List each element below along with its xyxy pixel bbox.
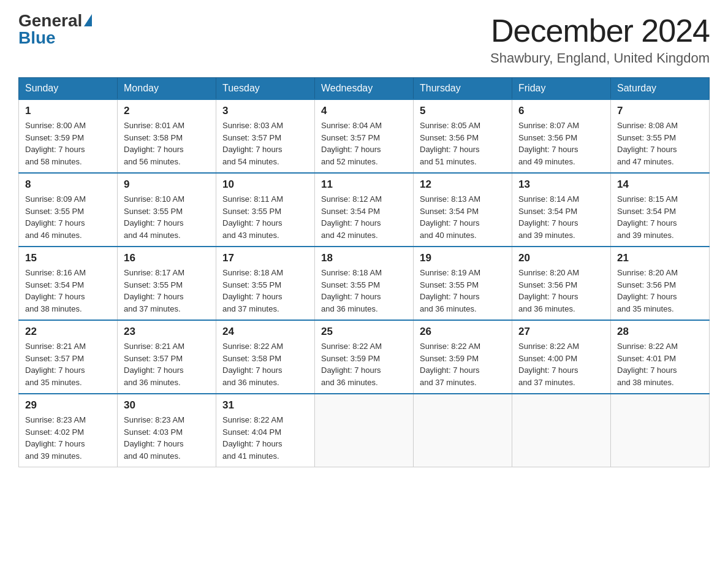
day-info: Sunrise: 8:01 AMSunset: 3:58 PMDaylight:…	[124, 121, 184, 166]
calendar-cell: 4 Sunrise: 8:04 AMSunset: 3:57 PMDayligh…	[315, 99, 414, 173]
calendar-cell: 20 Sunrise: 8:20 AMSunset: 3:56 PMDaylig…	[512, 247, 611, 320]
calendar-cell: 31 Sunrise: 8:22 AMSunset: 4:04 PMDaylig…	[216, 394, 315, 467]
title-area: December 2024 Shawbury, England, United …	[490, 12, 710, 66]
day-number: 1	[25, 105, 111, 117]
day-number: 10	[222, 178, 308, 191]
calendar-cell: 29 Sunrise: 8:23 AMSunset: 4:02 PMDaylig…	[19, 394, 118, 467]
month-title: December 2024	[490, 12, 710, 49]
calendar-cell	[512, 394, 611, 467]
day-number: 11	[321, 178, 407, 191]
calendar-week-row: 8 Sunrise: 8:09 AMSunset: 3:55 PMDayligh…	[19, 173, 710, 247]
calendar-cell: 23 Sunrise: 8:21 AMSunset: 3:57 PMDaylig…	[118, 320, 216, 394]
day-info: Sunrise: 8:15 AMSunset: 3:54 PMDaylight:…	[617, 194, 678, 240]
day-number: 30	[124, 399, 210, 412]
day-info: Sunrise: 8:23 AMSunset: 4:02 PMDaylight:…	[25, 415, 86, 461]
location-title: Shawbury, England, United Kingdom	[490, 50, 710, 66]
logo-general: General	[18, 12, 82, 29]
day-number: 14	[617, 178, 703, 191]
page-header: General Blue December 2024 Shawbury, Eng…	[18, 12, 710, 66]
day-number: 25	[321, 326, 407, 338]
day-number: 12	[420, 178, 506, 191]
day-number: 31	[222, 399, 308, 412]
day-info: Sunrise: 8:16 AMSunset: 3:54 PMDaylight:…	[25, 268, 86, 313]
day-number: 27	[518, 326, 604, 338]
calendar-cell: 30 Sunrise: 8:23 AMSunset: 4:03 PMDaylig…	[118, 394, 216, 467]
calendar-week-row: 15 Sunrise: 8:16 AMSunset: 3:54 PMDaylig…	[19, 247, 710, 320]
calendar-week-row: 29 Sunrise: 8:23 AMSunset: 4:02 PMDaylig…	[19, 394, 710, 467]
calendar-cell: 6 Sunrise: 8:07 AMSunset: 3:56 PMDayligh…	[512, 99, 611, 173]
day-number: 21	[617, 252, 703, 264]
day-number: 18	[321, 252, 407, 264]
day-info: Sunrise: 8:12 AMSunset: 3:54 PMDaylight:…	[321, 194, 382, 240]
day-info: Sunrise: 8:22 AMSunset: 4:04 PMDaylight:…	[222, 415, 283, 461]
day-info: Sunrise: 8:23 AMSunset: 4:03 PMDaylight:…	[124, 415, 184, 461]
calendar-cell: 27 Sunrise: 8:22 AMSunset: 4:00 PMDaylig…	[512, 320, 611, 394]
day-number: 7	[617, 105, 703, 117]
calendar-cell: 8 Sunrise: 8:09 AMSunset: 3:55 PMDayligh…	[19, 173, 118, 247]
day-info: Sunrise: 8:19 AMSunset: 3:55 PMDaylight:…	[420, 268, 480, 313]
calendar-cell: 5 Sunrise: 8:05 AMSunset: 3:56 PMDayligh…	[414, 99, 512, 173]
calendar-cell	[611, 394, 710, 467]
day-header-tuesday: Tuesday	[216, 78, 315, 100]
calendar-table: SundayMondayTuesdayWednesdayThursdayFrid…	[18, 77, 710, 467]
calendar-week-row: 22 Sunrise: 8:21 AMSunset: 3:57 PMDaylig…	[19, 320, 710, 394]
day-info: Sunrise: 8:20 AMSunset: 3:56 PMDaylight:…	[617, 268, 678, 313]
day-number: 4	[321, 105, 407, 117]
calendar-cell: 3 Sunrise: 8:03 AMSunset: 3:57 PMDayligh…	[216, 99, 315, 173]
calendar-cell: 12 Sunrise: 8:13 AMSunset: 3:54 PMDaylig…	[414, 173, 512, 247]
calendar-cell: 14 Sunrise: 8:15 AMSunset: 3:54 PMDaylig…	[611, 173, 710, 247]
day-number: 17	[222, 252, 308, 264]
calendar-cell: 19 Sunrise: 8:19 AMSunset: 3:55 PMDaylig…	[414, 247, 512, 320]
day-header-thursday: Thursday	[414, 78, 512, 100]
day-header-friday: Friday	[512, 78, 611, 100]
calendar-header-row: SundayMondayTuesdayWednesdayThursdayFrid…	[19, 78, 710, 100]
day-info: Sunrise: 8:07 AMSunset: 3:56 PMDaylight:…	[518, 121, 579, 166]
logo-blue: Blue	[18, 29, 56, 47]
day-info: Sunrise: 8:22 AMSunset: 3:59 PMDaylight:…	[420, 342, 480, 387]
logo-triangle-icon	[84, 14, 92, 26]
day-info: Sunrise: 8:03 AMSunset: 3:57 PMDaylight:…	[222, 121, 283, 166]
day-info: Sunrise: 8:04 AMSunset: 3:57 PMDaylight:…	[321, 121, 382, 166]
day-number: 6	[518, 105, 604, 117]
day-info: Sunrise: 8:05 AMSunset: 3:56 PMDaylight:…	[420, 121, 480, 166]
calendar-cell	[315, 394, 414, 467]
calendar-cell: 26 Sunrise: 8:22 AMSunset: 3:59 PMDaylig…	[414, 320, 512, 394]
day-header-sunday: Sunday	[19, 78, 118, 100]
day-header-saturday: Saturday	[611, 78, 710, 100]
day-header-wednesday: Wednesday	[315, 78, 414, 100]
calendar-cell: 15 Sunrise: 8:16 AMSunset: 3:54 PMDaylig…	[19, 247, 118, 320]
day-info: Sunrise: 8:21 AMSunset: 3:57 PMDaylight:…	[25, 342, 86, 387]
calendar-cell: 2 Sunrise: 8:01 AMSunset: 3:58 PMDayligh…	[118, 99, 216, 173]
day-number: 13	[518, 178, 604, 191]
day-number: 8	[25, 178, 111, 191]
day-info: Sunrise: 8:09 AMSunset: 3:55 PMDaylight:…	[25, 194, 86, 240]
day-number: 29	[25, 399, 111, 412]
day-number: 2	[124, 105, 210, 117]
day-info: Sunrise: 8:08 AMSunset: 3:55 PMDaylight:…	[617, 121, 678, 166]
day-info: Sunrise: 8:10 AMSunset: 3:55 PMDaylight:…	[124, 194, 184, 240]
day-info: Sunrise: 8:22 AMSunset: 4:01 PMDaylight:…	[617, 342, 678, 387]
calendar-cell: 10 Sunrise: 8:11 AMSunset: 3:55 PMDaylig…	[216, 173, 315, 247]
calendar-cell: 21 Sunrise: 8:20 AMSunset: 3:56 PMDaylig…	[611, 247, 710, 320]
day-number: 22	[25, 326, 111, 338]
calendar-cell: 13 Sunrise: 8:14 AMSunset: 3:54 PMDaylig…	[512, 173, 611, 247]
calendar-week-row: 1 Sunrise: 8:00 AMSunset: 3:59 PMDayligh…	[19, 99, 710, 173]
calendar-cell: 25 Sunrise: 8:22 AMSunset: 3:59 PMDaylig…	[315, 320, 414, 394]
day-info: Sunrise: 8:11 AMSunset: 3:55 PMDaylight:…	[222, 194, 283, 240]
day-info: Sunrise: 8:14 AMSunset: 3:54 PMDaylight:…	[518, 194, 579, 240]
calendar-cell: 9 Sunrise: 8:10 AMSunset: 3:55 PMDayligh…	[118, 173, 216, 247]
day-info: Sunrise: 8:13 AMSunset: 3:54 PMDaylight:…	[420, 194, 480, 240]
calendar-cell: 17 Sunrise: 8:18 AMSunset: 3:55 PMDaylig…	[216, 247, 315, 320]
calendar-cell: 24 Sunrise: 8:22 AMSunset: 3:58 PMDaylig…	[216, 320, 315, 394]
logo: General Blue	[18, 12, 92, 47]
calendar-cell: 1 Sunrise: 8:00 AMSunset: 3:59 PMDayligh…	[19, 99, 118, 173]
day-number: 9	[124, 178, 210, 191]
calendar-cell: 18 Sunrise: 8:18 AMSunset: 3:55 PMDaylig…	[315, 247, 414, 320]
day-info: Sunrise: 8:22 AMSunset: 3:58 PMDaylight:…	[222, 342, 283, 387]
day-number: 15	[25, 252, 111, 264]
calendar-cell: 28 Sunrise: 8:22 AMSunset: 4:01 PMDaylig…	[611, 320, 710, 394]
day-info: Sunrise: 8:17 AMSunset: 3:55 PMDaylight:…	[124, 268, 184, 313]
day-info: Sunrise: 8:00 AMSunset: 3:59 PMDaylight:…	[25, 121, 86, 166]
day-number: 3	[222, 105, 308, 117]
day-info: Sunrise: 8:22 AMSunset: 3:59 PMDaylight:…	[321, 342, 382, 387]
